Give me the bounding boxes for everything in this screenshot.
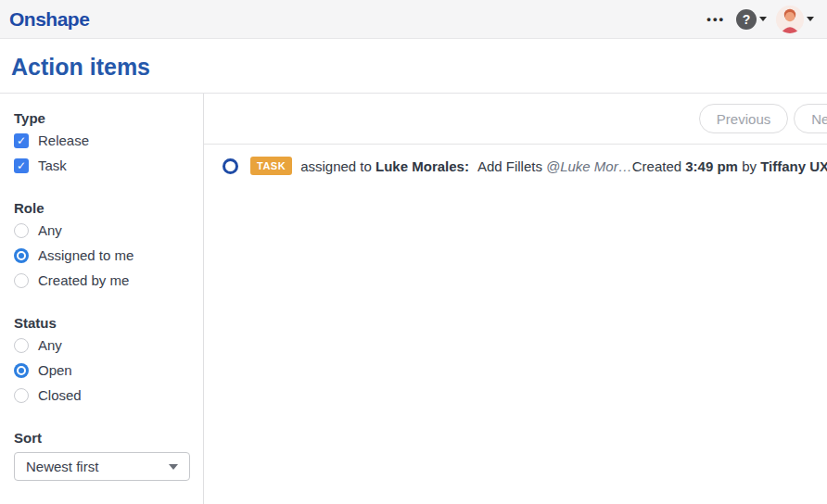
created-text: Created 3:49 pm by Tiffany UX xyxy=(632,158,827,174)
filter-role-assigned-to-me[interactable]: Assigned to me xyxy=(14,247,189,263)
separator: : xyxy=(464,158,469,174)
filter-release[interactable]: ✓ Release xyxy=(14,132,189,148)
filter-sidebar: Type ✓ Release ✓ Task Role Any Assigned … xyxy=(0,94,204,504)
mention-text: @Luke Mor… xyxy=(546,158,632,174)
sort-select-value: Newest first xyxy=(26,459,98,474)
sort-select[interactable]: Newest first xyxy=(14,452,190,481)
section-title-sort: Sort xyxy=(14,430,189,446)
filter-label: Closed xyxy=(38,387,82,403)
by-label: by xyxy=(742,158,757,174)
help-icon[interactable]: ? xyxy=(736,9,757,30)
page-title: Action items xyxy=(11,54,816,81)
checkbox-checked-icon[interactable]: ✓ xyxy=(14,133,29,148)
filter-task[interactable]: ✓ Task xyxy=(14,158,189,173)
previous-button[interactable]: Previous xyxy=(699,104,788,133)
radio-on-icon[interactable] xyxy=(14,363,29,378)
top-bar: Onshape ••• ? xyxy=(0,0,827,39)
avatar-illustration xyxy=(776,6,804,33)
task-text: Add Fillets xyxy=(477,158,542,174)
filter-label: Created by me xyxy=(38,272,129,288)
onshape-logo[interactable]: Onshape xyxy=(9,8,89,31)
assignee-name: Luke Morales xyxy=(375,158,464,174)
radio-off-icon[interactable] xyxy=(14,273,29,288)
filter-role-any[interactable]: Any xyxy=(14,222,189,238)
filter-label: Assigned to me xyxy=(38,247,134,263)
topbar-actions: ••• ? xyxy=(705,6,814,33)
pagination-toolbar: Previous Next xyxy=(204,94,827,145)
action-items-main: Previous Next TASK assigned to Luke Mora… xyxy=(204,94,827,504)
filter-label: Any xyxy=(38,222,62,238)
action-item-summary: TASK assigned to Luke Morales:Add Fillet… xyxy=(223,157,632,175)
filter-status-closed[interactable]: Closed xyxy=(14,387,189,403)
assigned-prefix: assigned to xyxy=(300,158,372,174)
action-item-meta: Created 3:49 pm by Tiffany UX xyxy=(632,158,827,174)
filter-label: Task xyxy=(38,158,67,173)
radio-on-icon[interactable] xyxy=(14,248,29,263)
page-header: Action items xyxy=(0,39,827,94)
help-menu[interactable]: ? xyxy=(736,9,767,30)
radio-off-icon[interactable] xyxy=(14,338,29,353)
user-menu[interactable] xyxy=(776,6,814,33)
section-title-role: Role xyxy=(14,200,189,216)
chevron-down-icon xyxy=(759,17,767,21)
radio-off-icon[interactable] xyxy=(14,388,29,403)
overflow-menu-icon[interactable]: ••• xyxy=(705,8,727,30)
checkbox-checked-icon[interactable]: ✓ xyxy=(14,158,29,173)
section-title-status: Status xyxy=(14,315,189,331)
chevron-down-icon xyxy=(169,464,178,470)
task-badge: TASK xyxy=(250,157,292,175)
created-time: 3:49 pm xyxy=(685,158,738,174)
content-layout: Type ✓ Release ✓ Task Role Any Assigned … xyxy=(0,94,827,504)
filter-label: Release xyxy=(38,132,89,148)
filter-label: Open xyxy=(38,362,72,378)
author-name: Tiffany UX xyxy=(760,158,827,174)
chevron-down-icon xyxy=(807,17,814,21)
next-button[interactable]: Next xyxy=(794,104,827,133)
action-item-row[interactable]: TASK assigned to Luke Morales:Add Fillet… xyxy=(204,145,827,187)
filter-role-created-by-me[interactable]: Created by me xyxy=(14,272,189,288)
filter-status-open[interactable]: Open xyxy=(14,362,189,378)
filter-status-any[interactable]: Any xyxy=(14,337,189,353)
created-label: Created xyxy=(632,158,681,174)
section-title-type: Type xyxy=(14,110,189,126)
action-item-text: assigned to Luke Morales:Add Fillets@Luk… xyxy=(300,158,632,174)
avatar[interactable] xyxy=(776,6,804,33)
open-status-icon xyxy=(223,158,238,174)
filter-label: Any xyxy=(38,337,62,353)
radio-off-icon[interactable] xyxy=(14,223,29,238)
